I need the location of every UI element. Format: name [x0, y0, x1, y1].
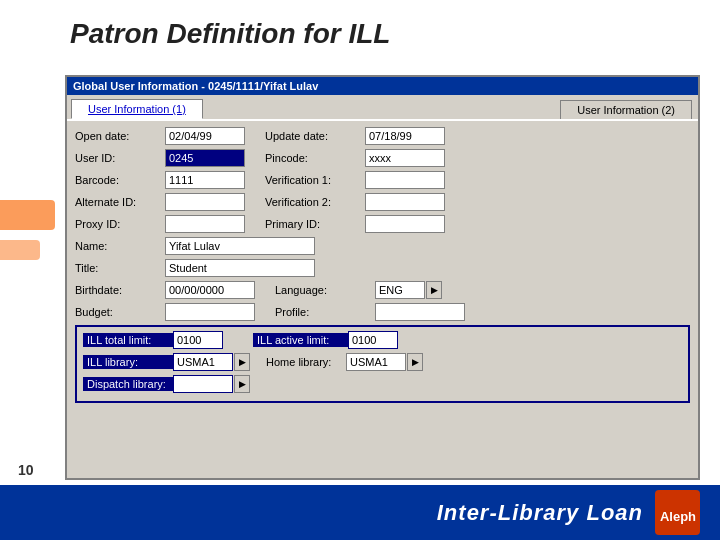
birthdate-label: Birthdate:: [75, 284, 165, 296]
dispatch-library-input[interactable]: [173, 375, 233, 393]
update-date-label: Update date:: [265, 130, 365, 142]
budget-row: Budget: Profile:: [75, 303, 690, 321]
title-row: Title:: [75, 259, 690, 277]
primary-id-label: Primary ID:: [265, 218, 365, 230]
alternate-id-row: Alternate ID: Verification 2:: [75, 193, 690, 211]
proxy-id-label: Proxy ID:: [75, 218, 165, 230]
open-date-row: Open date: Update date:: [75, 127, 690, 145]
home-library-arrow-btn[interactable]: ▶: [407, 353, 423, 371]
pincode-label: Pincode:: [265, 152, 365, 164]
tab-user-info-2[interactable]: User Information (2): [560, 100, 692, 119]
name-row: Name:: [75, 237, 690, 255]
bottom-bar: Inter-Library Loan Aleph: [0, 485, 720, 540]
title-label: Title:: [75, 262, 165, 274]
user-id-row: User ID: Pincode:: [75, 149, 690, 167]
verification2-input[interactable]: [365, 193, 445, 211]
budget-label: Budget:: [75, 306, 165, 318]
budget-input[interactable]: [165, 303, 255, 321]
title-input[interactable]: [165, 259, 315, 277]
ill-active-limit-label: ILL active limit:: [253, 333, 348, 347]
language-label: Language:: [275, 284, 375, 296]
alternate-id-input[interactable]: [165, 193, 245, 211]
name-label: Name:: [75, 240, 165, 252]
user-id-label: User ID:: [75, 152, 165, 164]
language-input[interactable]: [375, 281, 425, 299]
pincode-input[interactable]: [365, 149, 445, 167]
alternate-id-label: Alternate ID:: [75, 196, 165, 208]
language-arrow-btn[interactable]: ▶: [426, 281, 442, 299]
tab-user-info-1[interactable]: User Information (1): [71, 99, 203, 119]
bottom-label: Inter-Library Loan: [437, 500, 643, 526]
ill-library-arrow-btn[interactable]: ▶: [234, 353, 250, 371]
ill-active-limit-input[interactable]: [348, 331, 398, 349]
name-input[interactable]: [165, 237, 315, 255]
barcode-input[interactable]: [165, 171, 245, 189]
profile-input[interactable]: [375, 303, 465, 321]
tab-bar: User Information (1) User Information (2…: [67, 95, 698, 119]
proxy-id-row: Proxy ID: Primary ID:: [75, 215, 690, 233]
ill-total-limit-row: ILL total limit: ILL active limit:: [83, 331, 682, 349]
slide-number: 10: [18, 462, 34, 478]
home-library-input[interactable]: [346, 353, 406, 371]
dispatch-library-row: Dispatch library: ▶: [83, 375, 682, 393]
ill-total-limit-label: ILL total limit:: [83, 333, 173, 347]
verification1-input[interactable]: [365, 171, 445, 189]
ill-library-row: ILL library: ▶ Home library: ▶: [83, 353, 682, 371]
ill-library-input[interactable]: [173, 353, 233, 371]
proxy-id-input[interactable]: [165, 215, 245, 233]
birthdate-row: Birthdate: Language: ▶: [75, 281, 690, 299]
ill-library-label: ILL library:: [83, 355, 173, 369]
dispatch-library-label: Dispatch library:: [83, 377, 173, 391]
birthdate-input[interactable]: [165, 281, 255, 299]
aleph-logo: Aleph: [655, 490, 700, 535]
dispatch-library-arrow-btn[interactable]: ▶: [234, 375, 250, 393]
update-date-input[interactable]: [365, 127, 445, 145]
window-titlebar: Global User Information - 0245/1111/Yifa…: [67, 77, 698, 95]
ill-total-limit-input[interactable]: [173, 331, 223, 349]
verification2-label: Verification 2:: [265, 196, 365, 208]
open-date-label: Open date:: [75, 130, 165, 142]
primary-id-input[interactable]: [365, 215, 445, 233]
home-library-label: Home library:: [266, 356, 346, 368]
main-window: Global User Information - 0245/1111/Yifa…: [65, 75, 700, 480]
verification1-label: Verification 1:: [265, 174, 365, 186]
profile-label: Profile:: [275, 306, 375, 318]
open-date-input[interactable]: [165, 127, 245, 145]
svg-text:Aleph: Aleph: [659, 509, 695, 524]
form-area: Open date: Update date: User ID: Pincode…: [67, 119, 698, 409]
barcode-label: Barcode:: [75, 174, 165, 186]
page-title: Patron Definition for ILL: [0, 0, 720, 60]
barcode-row: Barcode: Verification 1:: [75, 171, 690, 189]
user-id-input[interactable]: [165, 149, 245, 167]
